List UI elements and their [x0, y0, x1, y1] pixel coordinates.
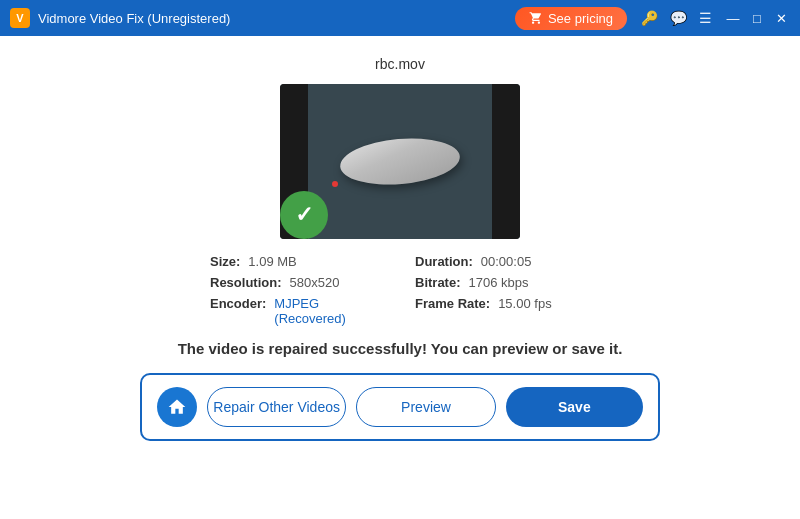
size-row: Size: 1.09 MB [210, 254, 385, 269]
duration-value: 00:00:05 [481, 254, 532, 269]
video-thumbnail: ✓ [280, 84, 520, 239]
file-name: rbc.mov [375, 56, 425, 72]
action-area: Repair Other Videos Preview Save [140, 373, 660, 441]
home-button[interactable] [157, 387, 197, 427]
app-title: Vidmore Video Fix (Unregistered) [38, 11, 230, 26]
title-bar: V Vidmore Video Fix (Unregistered) See p… [0, 0, 800, 36]
title-bar-right: See pricing 🔑 💬 ☰ — □ ✕ [515, 7, 792, 30]
action-buttons-group: Repair Other Videos Preview Save [207, 387, 643, 427]
duration-row: Duration: 00:00:05 [415, 254, 590, 269]
success-circle: ✓ [280, 191, 328, 239]
video-thumb-inner: ✓ [280, 84, 520, 239]
encoder-label: Encoder: [210, 296, 266, 311]
cart-icon [529, 11, 543, 25]
see-pricing-label: See pricing [548, 11, 613, 26]
framerate-label: Frame Rate: [415, 296, 490, 311]
encoder-value: MJPEG (Recovered) [274, 296, 385, 326]
bitrate-value: 1706 kbps [469, 275, 529, 290]
size-value: 1.09 MB [248, 254, 296, 269]
size-label: Size: [210, 254, 240, 269]
duration-label: Duration: [415, 254, 473, 269]
home-icon [167, 397, 187, 417]
repair-other-button[interactable]: Repair Other Videos [207, 387, 346, 427]
app-logo: V [10, 8, 30, 28]
encoder-row: Encoder: MJPEG (Recovered) [210, 296, 385, 326]
chat-icon[interactable]: 💬 [666, 8, 691, 28]
blimp-shape [338, 134, 461, 189]
video-info: Size: 1.09 MB Duration: 00:00:05 Resolut… [210, 254, 590, 326]
resolution-label: Resolution: [210, 275, 282, 290]
framerate-row: Frame Rate: 15.00 fps [415, 296, 590, 326]
main-content: rbc.mov ✓ Size: 1.09 MB Duration: 00:00:… [0, 36, 800, 519]
success-message: The video is repaired successfully! You … [178, 340, 623, 357]
close-button[interactable]: ✕ [770, 7, 792, 29]
save-button[interactable]: Save [506, 387, 643, 427]
bitrate-row: Bitrate: 1706 kbps [415, 275, 590, 290]
red-dot-indicator [332, 181, 338, 187]
framerate-value: 15.00 fps [498, 296, 552, 311]
minimize-button[interactable]: — [722, 7, 744, 29]
title-icon-group: 🔑 💬 ☰ [637, 8, 716, 28]
preview-button[interactable]: Preview [356, 387, 495, 427]
window-controls: — □ ✕ [722, 7, 792, 29]
title-bar-left: V Vidmore Video Fix (Unregistered) [10, 8, 230, 28]
resolution-value: 580x520 [290, 275, 340, 290]
bitrate-label: Bitrate: [415, 275, 461, 290]
key-icon[interactable]: 🔑 [637, 8, 662, 28]
video-right-panel [492, 84, 520, 239]
resolution-row: Resolution: 580x520 [210, 275, 385, 290]
check-icon: ✓ [295, 204, 313, 226]
maximize-button[interactable]: □ [746, 7, 768, 29]
menu-icon[interactable]: ☰ [695, 8, 716, 28]
see-pricing-button[interactable]: See pricing [515, 7, 627, 30]
